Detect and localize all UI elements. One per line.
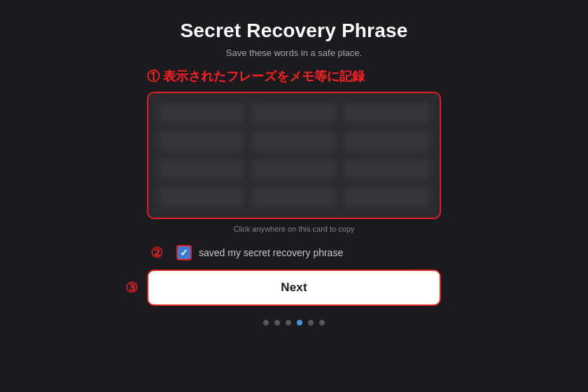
copy-hint: Click anywhere on this card to copy — [233, 225, 354, 233]
next-button-wrapper: ③ Next — [147, 270, 441, 306]
pagination — [263, 320, 325, 326]
page-title: Secret Recovery Phrase — [180, 20, 407, 42]
page-subtitle: Save these words in a safe place. — [226, 48, 362, 58]
phrase-word — [344, 131, 430, 152]
phrase-word — [344, 187, 430, 208]
phrase-grid — [158, 103, 430, 208]
pagination-dot-4[interactable] — [297, 320, 302, 326]
annotation-2-circle: ② — [147, 243, 167, 262]
pagination-dot-3[interactable] — [286, 320, 291, 326]
phrase-word — [251, 131, 337, 152]
main-container: Secret Recovery Phrase Save these words … — [0, 0, 588, 392]
checkmark-icon: ✓ — [180, 248, 188, 258]
phrase-word — [251, 159, 337, 180]
saved-checkbox[interactable]: ✓ — [176, 245, 192, 260]
phrase-word — [158, 187, 244, 208]
pagination-dot-6[interactable] — [319, 320, 325, 326]
phrase-word — [158, 103, 244, 124]
checkbox-label: saved my secret recovery phrase — [199, 247, 343, 258]
phrase-word — [158, 159, 244, 180]
annotation-1-text: ① 表示されたフレーズをメモ等に記録 — [147, 68, 365, 85]
phrase-word — [251, 187, 337, 208]
phrase-word — [251, 103, 337, 124]
annotation-row-1: ① 表示されたフレーズをメモ等に記録 — [147, 68, 441, 85]
pagination-dot-2[interactable] — [274, 320, 280, 326]
phrase-word — [344, 159, 430, 180]
phrase-card[interactable] — [147, 92, 441, 219]
next-button[interactable]: Next — [147, 270, 441, 306]
annotation-3-circle: ③ — [122, 278, 141, 298]
checkbox-row: ② ✓ saved my secret recovery phrase — [147, 243, 441, 262]
phrase-word — [344, 103, 430, 124]
pagination-dot-1[interactable] — [263, 320, 269, 326]
phrase-word — [158, 131, 244, 152]
pagination-dot-5[interactable] — [308, 320, 314, 326]
